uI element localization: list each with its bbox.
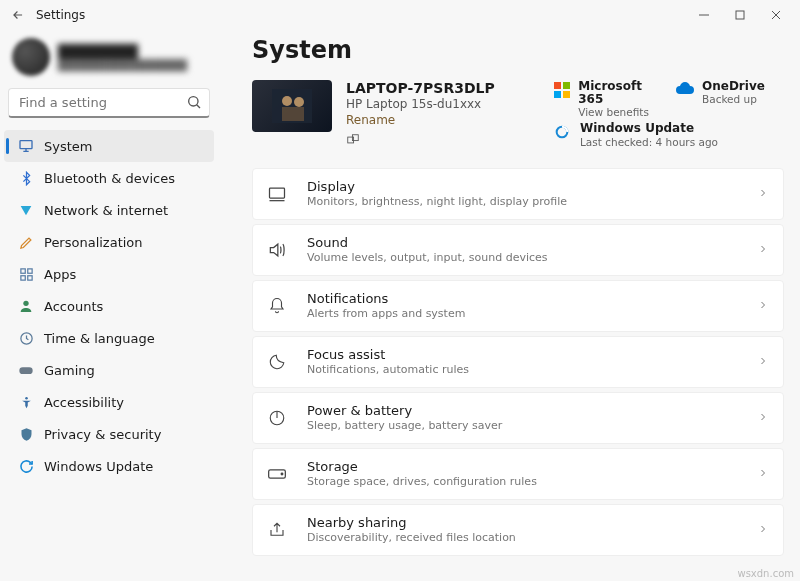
onedrive-icon (676, 82, 694, 100)
sidebar-item-network[interactable]: Network & internet (4, 194, 214, 226)
watermark: wsxdn.com (737, 568, 794, 579)
svg-point-1 (189, 97, 198, 106)
svg-rect-20 (563, 91, 570, 98)
accounts-icon (18, 298, 34, 314)
svg-rect-14 (282, 107, 304, 121)
sidebar-item-label: Network & internet (44, 203, 168, 218)
card-sub: Volume levels, output, input, sound devi… (307, 251, 548, 264)
chevron-right-icon (757, 355, 769, 370)
search-input[interactable] (8, 88, 210, 118)
svg-rect-19 (554, 91, 561, 98)
svg-rect-2 (20, 141, 32, 149)
sidebar-item-personalization[interactable]: Personalization (4, 226, 214, 258)
device-thumbnail[interactable] (252, 80, 332, 132)
sidebar-item-windows-update[interactable]: Windows Update (4, 450, 214, 482)
tile-onedrive[interactable]: OneDriveBacked up (676, 80, 784, 118)
tile-sub: View benefits (578, 106, 662, 118)
sidebar-item-label: Accessibility (44, 395, 124, 410)
search-wrap (8, 88, 210, 118)
focus-icon (265, 353, 289, 371)
time-icon (18, 330, 34, 346)
card-sub: Storage space, drives, configuration rul… (307, 475, 537, 488)
card-nearby-sharing[interactable]: Nearby sharingDiscoverability, received … (252, 504, 784, 556)
sidebar-item-label: Privacy & security (44, 427, 161, 442)
svg-rect-3 (20, 268, 24, 272)
card-sub: Sleep, battery usage, battery saver (307, 419, 502, 432)
card-sound[interactable]: SoundVolume levels, output, input, sound… (252, 224, 784, 276)
svg-rect-0 (736, 11, 744, 19)
bluetooth-icon (18, 170, 34, 186)
sidebar-item-label: Bluetooth & devices (44, 171, 175, 186)
card-title: Sound (307, 236, 548, 251)
card-power[interactable]: Power & batterySleep, battery usage, bat… (252, 392, 784, 444)
sidebar-nav: System Bluetooth & devices Network & int… (4, 130, 214, 482)
chevron-right-icon (757, 411, 769, 426)
card-notifications[interactable]: NotificationsAlerts from apps and system (252, 280, 784, 332)
accessibility-icon (18, 394, 34, 410)
card-title: Display (307, 180, 567, 195)
chevron-right-icon (757, 299, 769, 314)
card-title: Focus assist (307, 348, 469, 363)
sidebar-item-system[interactable]: System (4, 130, 214, 162)
power-icon (265, 409, 289, 427)
sidebar-item-accounts[interactable]: Accounts (4, 290, 214, 322)
windows-update-icon (18, 458, 34, 474)
sidebar-item-label: Gaming (44, 363, 95, 378)
tile-title: Windows Update (580, 122, 718, 135)
device-model: HP Laptop 15s-du1xxx (346, 97, 540, 111)
microsoft-icon (554, 82, 570, 100)
tile-windows-update[interactable]: Windows UpdateLast checked: 4 hours ago (554, 122, 784, 147)
card-display[interactable]: DisplayMonitors, brightness, night light… (252, 168, 784, 220)
tile-microsoft365[interactable]: Microsoft 365View benefits (554, 80, 662, 118)
card-sub: Monitors, brightness, night light, displ… (307, 195, 567, 208)
sidebar-item-label: Windows Update (44, 459, 153, 474)
card-title: Nearby sharing (307, 516, 516, 531)
user-profile[interactable]: ████████ ████████████████ (4, 36, 214, 88)
card-storage[interactable]: StorageStorage space, drives, configurat… (252, 448, 784, 500)
card-sub: Discoverability, received files location (307, 531, 516, 544)
page-title: System (252, 36, 784, 64)
user-email: ████████████████ (58, 59, 187, 71)
card-sub: Alerts from apps and system (307, 307, 465, 320)
maximize-button[interactable] (722, 1, 758, 29)
svg-rect-22 (270, 188, 285, 198)
sidebar-item-label: System (44, 139, 92, 154)
sidebar-item-accessibility[interactable]: Accessibility (4, 386, 214, 418)
search-icon (186, 94, 202, 113)
apps-icon (18, 266, 34, 282)
svg-point-13 (294, 97, 304, 107)
rename-icon[interactable] (346, 133, 540, 150)
svg-point-12 (282, 96, 292, 106)
sidebar: ████████ ████████████████ System Bluetoo… (0, 30, 222, 581)
sidebar-item-label: Accounts (44, 299, 103, 314)
sidebar-item-bluetooth[interactable]: Bluetooth & devices (4, 162, 214, 194)
chevron-right-icon (757, 467, 769, 482)
update-icon (554, 124, 572, 142)
rename-link[interactable]: Rename (346, 113, 395, 127)
svg-point-25 (281, 473, 283, 475)
sidebar-item-gaming[interactable]: Gaming (4, 354, 214, 386)
title-bar: Settings (0, 0, 800, 30)
sidebar-item-time[interactable]: Time & language (4, 322, 214, 354)
sidebar-item-label: Time & language (44, 331, 155, 346)
chevron-right-icon (757, 187, 769, 202)
privacy-icon (18, 426, 34, 442)
card-title: Storage (307, 460, 537, 475)
sidebar-item-label: Personalization (44, 235, 143, 250)
svg-rect-18 (563, 82, 570, 89)
sidebar-item-privacy[interactable]: Privacy & security (4, 418, 214, 450)
system-icon (18, 138, 34, 154)
card-title: Notifications (307, 292, 465, 307)
settings-list: DisplayMonitors, brightness, night light… (252, 168, 784, 556)
svg-rect-17 (554, 82, 561, 89)
chevron-right-icon (757, 243, 769, 258)
card-focus-assist[interactable]: Focus assistNotifications, automatic rul… (252, 336, 784, 388)
close-button[interactable] (758, 1, 794, 29)
back-button[interactable] (6, 3, 30, 27)
svg-point-10 (25, 396, 28, 399)
notifications-icon (265, 297, 289, 315)
user-name: ████████ (58, 44, 187, 59)
main-content: System LAPTOP-7PSR3DLP HP Laptop 15s-du1… (222, 30, 800, 581)
minimize-button[interactable] (686, 1, 722, 29)
sidebar-item-apps[interactable]: Apps (4, 258, 214, 290)
